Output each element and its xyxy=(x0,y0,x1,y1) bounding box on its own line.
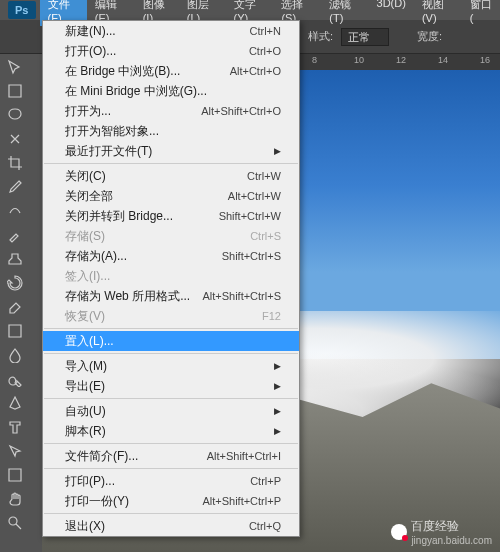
menu-item-label: 导出(E) xyxy=(65,378,105,395)
move-tool[interactable] xyxy=(3,56,27,78)
menu-item-label: 打开为... xyxy=(65,103,111,120)
watermark-logo-icon xyxy=(391,524,407,540)
menu-separator xyxy=(44,328,298,329)
width-label: 宽度: xyxy=(417,29,442,44)
marquee-tool[interactable] xyxy=(3,80,27,102)
menu-item[interactable]: 关闭并转到 Bridge...Shift+Ctrl+W xyxy=(43,206,299,226)
menubar: Ps 文件(F)编辑(E)图像(I)图层(L)文字(Y)选择(S)滤镜(T)3D… xyxy=(0,0,500,20)
menu-item-label: 最近打开文件(T) xyxy=(65,143,152,160)
path-select-tool[interactable] xyxy=(3,440,27,462)
menu-item-shortcut: Shift+Ctrl+S xyxy=(222,250,281,262)
eraser-tool[interactable] xyxy=(3,296,27,318)
stamp-tool[interactable] xyxy=(3,248,27,270)
menu-item[interactable]: 导出(E)▶ xyxy=(43,376,299,396)
menu-item-label: 导入(M) xyxy=(65,358,107,375)
toolbar xyxy=(0,54,30,534)
lasso-tool[interactable] xyxy=(3,104,27,126)
menu-item[interactable]: 最近打开文件(T)▶ xyxy=(43,141,299,161)
menu-item-label: 存储(S) xyxy=(65,228,105,245)
menu-item-label: 打印一份(Y) xyxy=(65,493,129,510)
submenu-arrow-icon: ▶ xyxy=(274,426,281,436)
menu-item[interactable]: 文件简介(F)...Alt+Shift+Ctrl+I xyxy=(43,446,299,466)
menu-item[interactable]: 脚本(R)▶ xyxy=(43,421,299,441)
menu-item-label: 打开(O)... xyxy=(65,43,116,60)
history-brush-tool[interactable] xyxy=(3,272,27,294)
menu-separator xyxy=(44,468,298,469)
ruler-mark: 12 xyxy=(396,55,406,65)
menu-item-shortcut: Shift+Ctrl+W xyxy=(219,210,281,222)
menu-item[interactable]: 在 Bridge 中浏览(B)...Alt+Ctrl+O xyxy=(43,61,299,81)
menu-item[interactable]: 关闭全部Alt+Ctrl+W xyxy=(43,186,299,206)
menu-item[interactable]: 导入(M)▶ xyxy=(43,356,299,376)
menu-item-label: 新建(N)... xyxy=(65,23,116,40)
menu-separator xyxy=(44,353,298,354)
menu-item-shortcut: Ctrl+P xyxy=(250,475,281,487)
healing-tool[interactable] xyxy=(3,200,27,222)
menu-item-shortcut: Alt+Ctrl+W xyxy=(228,190,281,202)
menu-item-shortcut: Ctrl+O xyxy=(249,45,281,57)
menu-item[interactable]: 打印(P)...Ctrl+P xyxy=(43,471,299,491)
menu-item-label: 文件简介(F)... xyxy=(65,448,138,465)
menubar-item[interactable]: 3D(D) xyxy=(369,0,414,26)
menu-item[interactable]: 打开(O)...Ctrl+O xyxy=(43,41,299,61)
menu-item[interactable]: 新建(N)...Ctrl+N xyxy=(43,21,299,41)
zoom-tool[interactable] xyxy=(3,512,27,534)
menu-item-label: 在 Mini Bridge 中浏览(G)... xyxy=(65,83,207,100)
ruler-mark: 16 xyxy=(480,55,490,65)
menu-separator xyxy=(44,163,298,164)
menubar-item[interactable]: 滤镜(T) xyxy=(321,0,368,26)
menu-separator xyxy=(44,398,298,399)
menu-item-label: 存储为 Web 所用格式... xyxy=(65,288,190,305)
menu-item-shortcut: Ctrl+S xyxy=(250,230,281,242)
style-label: 样式: xyxy=(308,29,333,44)
app-logo: Ps xyxy=(8,1,36,19)
hand-tool[interactable] xyxy=(3,488,27,510)
ruler-mark: 14 xyxy=(438,55,448,65)
menu-item[interactable]: 置入(L)... xyxy=(43,331,299,351)
menu-item-label: 自动(U) xyxy=(65,403,106,420)
menubar-item[interactable]: 窗口( xyxy=(462,0,500,26)
menu-item-label: 退出(X) xyxy=(65,518,105,535)
menu-item-label: 关闭(C) xyxy=(65,168,106,185)
gradient-tool[interactable] xyxy=(3,320,27,342)
menu-item[interactable]: 存储为 Web 所用格式...Alt+Shift+Ctrl+S xyxy=(43,286,299,306)
pen-tool[interactable] xyxy=(3,392,27,414)
menu-item[interactable]: 在 Mini Bridge 中浏览(G)... xyxy=(43,81,299,101)
type-tool[interactable] xyxy=(3,416,27,438)
menu-item-shortcut: F12 xyxy=(262,310,281,322)
menu-item-label: 签入(I)... xyxy=(65,268,110,285)
shape-tool[interactable] xyxy=(3,464,27,486)
menu-item-shortcut: Alt+Shift+Ctrl+P xyxy=(202,495,281,507)
crop-tool[interactable] xyxy=(3,152,27,174)
menu-item-shortcut: Alt+Ctrl+O xyxy=(230,65,281,77)
menu-item-shortcut: Ctrl+N xyxy=(250,25,281,37)
menubar-item[interactable]: 视图(V) xyxy=(414,0,462,26)
menu-item-shortcut: Alt+Shift+Ctrl+O xyxy=(201,105,281,117)
menu-item[interactable]: 打开为...Alt+Shift+Ctrl+O xyxy=(43,101,299,121)
menu-separator xyxy=(44,443,298,444)
menu-item-label: 关闭全部 xyxy=(65,188,113,205)
menu-item[interactable]: 存储为(A)...Shift+Ctrl+S xyxy=(43,246,299,266)
menu-item[interactable]: 关闭(C)Ctrl+W xyxy=(43,166,299,186)
style-select[interactable]: 正常 xyxy=(341,28,389,46)
brush-tool[interactable] xyxy=(3,224,27,246)
menu-item[interactable]: 打开为智能对象... xyxy=(43,121,299,141)
ruler-mark: 10 xyxy=(354,55,364,65)
quick-select-tool[interactable] xyxy=(3,128,27,150)
blur-tool[interactable] xyxy=(3,344,27,366)
submenu-arrow-icon: ▶ xyxy=(274,361,281,371)
menu-item[interactable]: 打印一份(Y)Alt+Shift+Ctrl+P xyxy=(43,491,299,511)
submenu-arrow-icon: ▶ xyxy=(274,406,281,416)
menu-separator xyxy=(44,513,298,514)
dodge-tool[interactable] xyxy=(3,368,27,390)
menu-item: 存储(S)Ctrl+S xyxy=(43,226,299,246)
menu-item[interactable]: 自动(U)▶ xyxy=(43,401,299,421)
menu-item[interactable]: 退出(X)Ctrl+Q xyxy=(43,516,299,536)
menu-item-shortcut: Alt+Shift+Ctrl+I xyxy=(207,450,281,462)
watermark-url: jingyan.baidu.com xyxy=(411,535,492,546)
menu-item-shortcut: Ctrl+Q xyxy=(249,520,281,532)
eyedropper-tool[interactable] xyxy=(3,176,27,198)
watermark: 百度经验 jingyan.baidu.com xyxy=(391,518,492,546)
watermark-brand: 百度经验 xyxy=(411,519,459,533)
ruler-mark: 8 xyxy=(312,55,317,65)
